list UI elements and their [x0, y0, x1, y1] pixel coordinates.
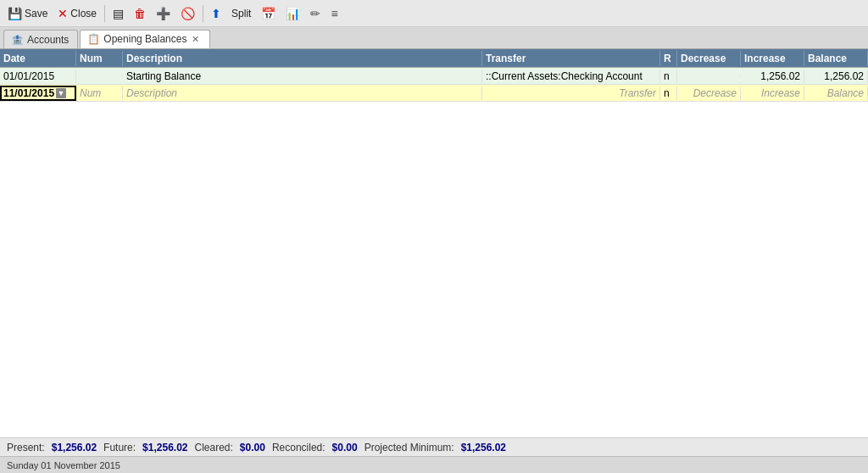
tab-close-button[interactable]: ✕	[190, 34, 201, 45]
split-label: Split	[231, 8, 251, 19]
toolbar: 💾 Save ✕ Close ▤ 🗑 ➕ 🚫 ⬆ Split 📅 📊 ✏ ≡	[0, 0, 868, 27]
schedule-icon: 📅	[261, 7, 275, 20]
close-icon: ✕	[58, 7, 68, 20]
col-header-decrease: Decrease	[677, 51, 741, 66]
projected-label: Projected Minimum:	[364, 442, 454, 454]
separator-2	[203, 5, 203, 22]
print-icon: ▤	[113, 7, 124, 20]
cell-r: n	[660, 70, 677, 83]
add-icon: ➕	[156, 7, 170, 20]
notes-button[interactable]: ✏	[306, 5, 325, 22]
tab-opening-balances[interactable]: 📋 Opening Balances ✕	[80, 30, 210, 48]
cell-decrease	[677, 75, 741, 77]
jump-icon: ⬆	[211, 7, 221, 20]
present-label: Present:	[7, 442, 45, 454]
jump-button[interactable]: ⬆	[207, 5, 225, 22]
tab-bar: 🏦 Accounts 📋 Opening Balances ✕	[0, 27, 868, 49]
col-header-num: Num	[76, 51, 123, 66]
opening-balances-tab-icon: 📋	[87, 33, 100, 45]
cell-transfer: ::Current Assets:Checking Account	[482, 70, 660, 83]
cell-r-edit[interactable]: n	[660, 86, 677, 100]
list-icon: ≡	[331, 7, 337, 20]
col-header-description: Description	[123, 51, 482, 66]
save-label: Save	[25, 8, 47, 19]
cell-description-edit[interactable]: Description	[123, 86, 482, 100]
date-edit-value: 11/01/2015	[3, 87, 54, 99]
close-button[interactable]: ✕ Close	[53, 5, 101, 22]
add-button[interactable]: ➕	[152, 5, 175, 22]
opening-balances-tab-label: Opening Balances	[103, 33, 186, 45]
status-bar: Present: $1,256.02 Future: $1,256.02 Cle…	[0, 437, 868, 456]
cell-num	[76, 75, 123, 77]
budget-button[interactable]: 📊	[281, 5, 304, 22]
cell-transfer-edit[interactable]: Transfer	[482, 86, 660, 100]
cleared-label: Cleared:	[195, 442, 233, 454]
reconciled-value: $0.00	[332, 442, 358, 454]
accounts-tab-icon: 🏦	[11, 34, 24, 46]
cell-increase-edit[interactable]: Increase	[741, 86, 804, 100]
present-value: $1,256.02	[52, 442, 97, 454]
separator-1	[104, 5, 105, 22]
cell-description: Starting Balance	[123, 70, 482, 83]
date-picker-button[interactable]: ▼	[56, 88, 66, 98]
print-button[interactable]: ▤	[108, 5, 128, 22]
date-display: Sunday 01 November 2015	[7, 460, 120, 470]
budget-icon: 📊	[286, 7, 300, 20]
save-icon: 💾	[8, 7, 22, 20]
save-button[interactable]: 💾 Save	[3, 5, 52, 22]
list-button[interactable]: ≡	[326, 5, 342, 22]
main-content: Date Num Description Transfer R Decrease…	[0, 49, 868, 437]
reconciled-label: Reconciled:	[272, 442, 326, 454]
schedule-button[interactable]: 📅	[257, 5, 280, 22]
table-row[interactable]: 01/01/2015 Starting Balance ::Current As…	[0, 68, 868, 85]
projected-value: $1,256.02	[461, 442, 506, 454]
col-header-increase: Increase	[741, 51, 804, 66]
col-header-r: R	[660, 51, 677, 66]
bottom-bar: Sunday 01 November 2015	[0, 456, 868, 473]
col-header-date: Date	[0, 51, 76, 66]
notes-icon: ✏	[310, 7, 320, 20]
cell-num-edit[interactable]: Num	[76, 86, 123, 100]
delete-button[interactable]: 🗑	[130, 5, 150, 22]
cell-decrease-edit[interactable]: Decrease	[677, 86, 741, 100]
col-header-transfer: Transfer	[482, 51, 660, 66]
future-value: $1,256.02	[142, 442, 187, 454]
cell-balance: 1,256.02	[804, 70, 868, 83]
cell-increase: 1,256.02	[741, 70, 804, 83]
table-header: Date Num Description Transfer R Decrease…	[0, 49, 868, 68]
col-header-balance: Balance	[804, 51, 868, 66]
cell-balance-edit[interactable]: Balance	[804, 86, 868, 100]
cancel-button[interactable]: 🚫	[176, 5, 199, 22]
cleared-value: $0.00	[240, 442, 265, 454]
cell-date: 01/01/2015	[0, 70, 76, 83]
cell-date-edit[interactable]: 11/01/2015 ▼	[0, 86, 76, 101]
close-label: Close	[70, 8, 97, 19]
table-body: 01/01/2015 Starting Balance ::Current As…	[0, 68, 868, 437]
table-row-edit[interactable]: 11/01/2015 ▼ Num Description Transfer n …	[0, 85, 868, 102]
tab-accounts[interactable]: 🏦 Accounts	[3, 30, 78, 48]
cancel-icon: 🚫	[181, 7, 195, 20]
delete-icon: 🗑	[134, 7, 146, 20]
accounts-tab-label: Accounts	[27, 34, 69, 46]
split-button[interactable]: Split	[227, 6, 255, 21]
future-label: Future:	[103, 442, 136, 454]
